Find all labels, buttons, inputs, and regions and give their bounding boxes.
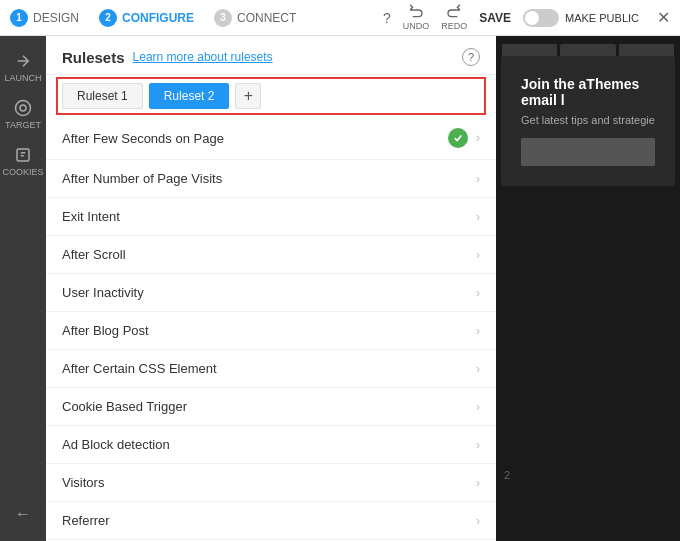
- email-popup-preview: Join the aThemes email l Get latest tips…: [501, 56, 675, 186]
- redo-label: REDO: [441, 21, 467, 31]
- trigger-name: After Certain CSS Element: [62, 361, 476, 376]
- trigger-name: After Number of Page Visits: [62, 171, 476, 186]
- trigger-item-after-blog[interactable]: After Blog Post ›: [46, 312, 496, 350]
- question-icon[interactable]: ?: [383, 10, 391, 26]
- undo-label: UNDO: [403, 21, 430, 31]
- nav-step-design[interactable]: 1 DESIGN: [10, 9, 79, 27]
- trigger-name: Cookie Based Trigger: [62, 399, 476, 414]
- preview-popup-title: Join the aThemes email l: [521, 76, 655, 108]
- trigger-item-exit-intent[interactable]: Exit Intent ›: [46, 198, 496, 236]
- panel-header: Rulesets Learn more about rulesets ?: [46, 36, 496, 75]
- sidebar-item-cookies[interactable]: COOKIES: [0, 138, 46, 185]
- cookies-icon: [14, 146, 32, 164]
- add-ruleset-button[interactable]: +: [235, 83, 261, 109]
- make-public-toggle[interactable]: [523, 9, 559, 27]
- preview-email-input: [521, 138, 655, 166]
- main-area: LAUNCH TARGET COOKIES ← Rulesets Learn m…: [0, 36, 680, 541]
- chevron-right-icon: ›: [476, 131, 480, 145]
- preview-page-indicator: 2: [504, 469, 510, 481]
- trigger-list: After Few Seconds on Page › After Number…: [46, 117, 496, 541]
- trigger-item-after-css[interactable]: After Certain CSS Element ›: [46, 350, 496, 388]
- sidebar-cookies-label: COOKIES: [3, 167, 44, 177]
- target-icon: [14, 99, 32, 117]
- rulesets-row: Ruleset 1 Ruleset 2 + ←: [46, 75, 496, 117]
- chevron-right-icon: ›: [476, 514, 480, 528]
- chevron-right-icon: ›: [476, 286, 480, 300]
- svg-point-1: [20, 105, 26, 111]
- sidebar: LAUNCH TARGET COOKIES ←: [0, 36, 46, 541]
- redo-button[interactable]: REDO: [441, 4, 467, 31]
- back-icon: ←: [15, 505, 31, 523]
- svg-point-0: [16, 101, 31, 116]
- close-button[interactable]: ✕: [657, 8, 670, 27]
- chevron-right-icon: ›: [476, 400, 480, 414]
- trigger-name: After Scroll: [62, 247, 476, 262]
- toggle-knob: [525, 11, 539, 25]
- trigger-name: After Few Seconds on Page: [62, 131, 448, 146]
- sidebar-item-launch[interactable]: LAUNCH: [0, 44, 46, 91]
- step-label-connect: CONNECT: [237, 11, 296, 25]
- trigger-item-ad-block[interactable]: Ad Block detection ›: [46, 426, 496, 464]
- sidebar-bottom: ←: [11, 497, 35, 531]
- chevron-right-icon: ›: [476, 210, 480, 224]
- trigger-item-visitors[interactable]: Visitors ›: [46, 464, 496, 502]
- panel-title: Rulesets: [62, 49, 125, 66]
- nav-step-configure[interactable]: 2 CONFIGURE: [99, 9, 194, 27]
- trigger-name: Exit Intent: [62, 209, 476, 224]
- learn-more-link[interactable]: Learn more about rulesets: [133, 50, 273, 64]
- sidebar-target-label: TARGET: [5, 120, 41, 130]
- ruleset-tab-1[interactable]: Ruleset 1: [62, 83, 143, 109]
- trigger-item-referrer[interactable]: Referrer ›: [46, 502, 496, 540]
- sidebar-back-button[interactable]: ←: [11, 497, 35, 531]
- help-icon[interactable]: ?: [462, 48, 480, 66]
- chevron-right-icon: ›: [476, 172, 480, 186]
- trigger-item-user-inactivity[interactable]: User Inactivity ›: [46, 274, 496, 312]
- check-icon: [453, 133, 463, 143]
- chevron-right-icon: ›: [476, 362, 480, 376]
- step-num-design: 1: [10, 9, 28, 27]
- trigger-item-cookie-trigger[interactable]: Cookie Based Trigger ›: [46, 388, 496, 426]
- ruleset-tab-2[interactable]: Ruleset 2: [149, 83, 230, 109]
- trigger-name: After Blog Post: [62, 323, 476, 338]
- sidebar-launch-label: LAUNCH: [4, 73, 41, 83]
- make-public-toggle-wrap: MAKE PUBLIC: [523, 9, 639, 27]
- trigger-name: User Inactivity: [62, 285, 476, 300]
- trigger-name: Referrer: [62, 513, 476, 528]
- chevron-right-icon: ›: [476, 438, 480, 452]
- nav-right-area: ? UNDO REDO SAVE MAKE PUBLIC ✕: [383, 4, 670, 31]
- content-panel: Rulesets Learn more about rulesets ? Rul…: [46, 36, 496, 541]
- sidebar-item-target[interactable]: TARGET: [0, 91, 46, 138]
- step-num-connect: 3: [214, 9, 232, 27]
- preview-panel: Join the aThemes email l Get latest tips…: [496, 36, 680, 541]
- chevron-right-icon: ›: [476, 248, 480, 262]
- trigger-item-after-scroll[interactable]: After Scroll ›: [46, 236, 496, 274]
- save-button[interactable]: SAVE: [479, 11, 511, 25]
- launch-icon: [14, 52, 32, 70]
- chevron-right-icon: ›: [476, 476, 480, 490]
- step-num-configure: 2: [99, 9, 117, 27]
- top-nav: 1 DESIGN 2 CONFIGURE 3 CONNECT ? UNDO RE…: [0, 0, 680, 36]
- make-public-label: MAKE PUBLIC: [565, 12, 639, 24]
- preview-popup-subtitle: Get latest tips and strategie: [521, 114, 655, 126]
- step-label-configure: CONFIGURE: [122, 11, 194, 25]
- chevron-right-icon: ›: [476, 324, 480, 338]
- trigger-name: Ad Block detection: [62, 437, 476, 452]
- undo-button[interactable]: UNDO: [403, 4, 430, 31]
- nav-step-connect[interactable]: 3 CONNECT: [214, 9, 296, 27]
- trigger-item-after-seconds[interactable]: After Few Seconds on Page ›: [46, 117, 496, 160]
- trigger-item-page-visits[interactable]: After Number of Page Visits ›: [46, 160, 496, 198]
- trigger-check-icon: [448, 128, 468, 148]
- step-label-design: DESIGN: [33, 11, 79, 25]
- trigger-name: Visitors: [62, 475, 476, 490]
